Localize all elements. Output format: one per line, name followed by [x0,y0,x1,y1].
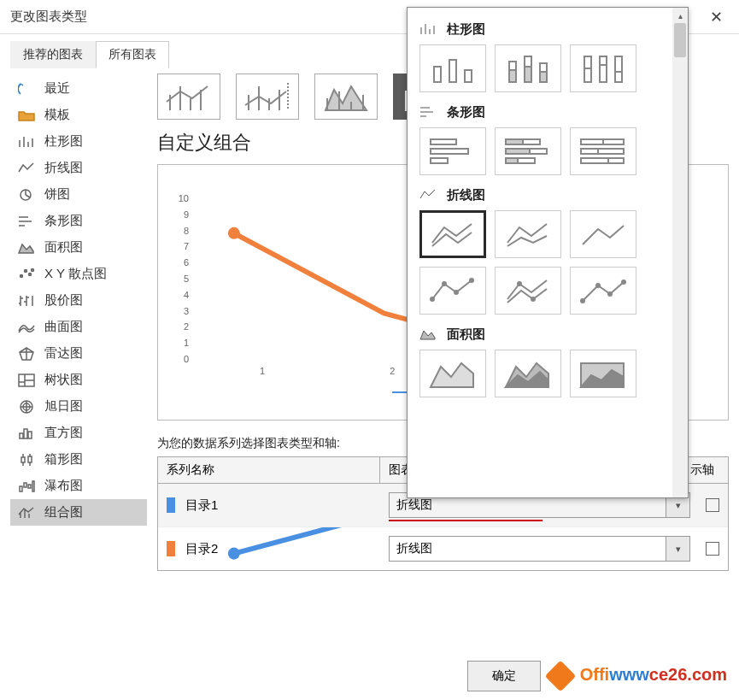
treemap-icon [17,373,36,388]
combo-subtype-1[interactable] [157,74,220,120]
svg-point-50 [518,282,521,285]
svg-point-48 [455,291,458,294]
sidebar-item-label: 旭日图 [44,398,83,415]
pie-chart-icon [17,187,36,203]
dropdown-option[interactable] [570,267,636,315]
scrollbar[interactable]: ▴ [672,8,688,497]
surface-chart-icon [17,320,36,335]
svg-rect-22 [434,67,441,82]
tab-recommended[interactable]: 推荐的图表 [10,41,96,68]
dropdown-option[interactable] [495,350,561,397]
sidebar-item-surface[interactable]: 曲面图 [10,314,147,340]
chart-type-sidebar: 最近 模板 柱形图 折线图 饼图 条形图 面积图 X Y 散点图 股价图 曲面图… [10,68,147,656]
scrollbar-thumb[interactable] [674,23,686,57]
dropdown-option[interactable] [419,350,486,397]
sidebar-item-stock[interactable]: 股价图 [10,287,147,314]
watermark: Offiwwwce26.com [549,665,727,687]
svg-point-21 [228,548,240,560]
sidebar-item-radar[interactable]: 雷达图 [10,340,147,367]
sidebar-item-histogram[interactable]: 直方图 [10,420,147,446]
svg-rect-35 [431,149,468,154]
sidebar-item-label: 柱形图 [44,133,83,150]
sidebar-item-recent[interactable]: 最近 [10,75,147,102]
series-color-swatch [167,541,175,556]
svg-point-49 [470,279,473,282]
sidebar-item-column[interactable]: 柱形图 [10,128,147,155]
sidebar-item-boxwhisker[interactable]: 箱形图 [10,446,147,473]
dropdown-option[interactable] [495,267,561,315]
svg-rect-28 [525,67,531,82]
tab-all[interactable]: 所有图表 [96,41,169,68]
secondary-axis-checkbox[interactable] [706,498,719,512]
scatter-chart-icon [17,267,36,282]
sidebar-item-label: 模板 [44,107,70,123]
dropdown-option[interactable] [419,267,486,315]
column-chart-icon [17,134,36,150]
dropdown-option[interactable] [570,127,636,175]
ok-button[interactable]: 确定 [467,661,541,691]
sidebar-item-scatter[interactable]: X Y 散点图 [10,261,147,287]
area-chart-icon [419,327,438,343]
svg-rect-12 [28,456,32,462]
dropdown-option[interactable] [495,44,561,92]
dropdown-option[interactable] [495,127,561,175]
sidebar-item-label: 曲面图 [44,319,83,335]
area-chart-icon [17,240,36,256]
svg-point-52 [581,299,584,303]
svg-point-55 [622,280,625,284]
combo-subtype-3[interactable] [314,74,378,120]
sidebar-item-area[interactable]: 面积图 [10,234,147,261]
sidebar-item-label: 直方图 [44,425,83,441]
sidebar-item-label: 箱形图 [44,451,83,468]
svg-rect-11 [21,457,25,462]
dropdown-category-line: 折线图 [419,187,669,203]
sidebar-item-label: 组合图 [44,504,83,521]
sidebar-item-label: 折线图 [44,160,83,176]
sidebar-item-pie[interactable]: 饼图 [10,181,147,208]
svg-point-54 [608,292,612,296]
dropdown-option-selected[interactable] [419,210,486,258]
dropdown-option[interactable] [570,44,636,92]
svg-rect-8 [20,433,23,438]
series-color-swatch [167,497,175,513]
sidebar-item-label: X Y 散点图 [44,266,107,282]
svg-rect-44 [581,149,624,154]
recent-icon [17,81,36,97]
dropdown-option[interactable] [419,44,486,92]
dropdown-option[interactable] [495,210,561,258]
line-chart-icon [419,188,438,203]
svg-point-4 [32,268,34,271]
svg-rect-13 [20,486,22,491]
close-button[interactable]: ✕ [703,4,729,30]
sidebar-item-label: 条形图 [44,213,83,229]
sidebar-item-label: 饼图 [44,186,70,203]
sidebar-item-sunburst[interactable]: 旭日图 [10,393,147,420]
sidebar-item-combo[interactable]: 组合图 [10,499,147,526]
dialog-footer: 确定 Offiwwwce26.com [467,661,727,691]
red-annotation [389,520,543,521]
svg-rect-32 [600,56,607,82]
svg-rect-33 [615,56,622,82]
dropdown-option[interactable] [570,210,636,258]
dropdown-category-area: 面积图 [419,326,669,343]
svg-point-20 [228,227,240,239]
chart-type-dropdown[interactable]: 柱形图 条形图 折线图 面积图 ▴ [407,7,689,498]
sidebar-item-line[interactable]: 折线图 [10,155,147,181]
svg-point-53 [596,284,600,287]
bar-chart-icon [17,214,36,229]
sidebar-item-templates[interactable]: 模板 [10,102,147,128]
sidebar-item-waterfall[interactable]: 瀑布图 [10,473,147,499]
svg-rect-42 [506,158,518,163]
dropdown-option[interactable] [570,350,636,397]
sidebar-item-treemap[interactable]: 树状图 [10,367,147,393]
sidebar-item-bar[interactable]: 条形图 [10,208,147,234]
sidebar-item-label: 股价图 [44,292,83,309]
sidebar-item-label: 面积图 [44,239,83,256]
svg-rect-26 [509,70,516,82]
sidebar-item-label: 树状图 [44,372,83,388]
combo-subtype-2[interactable] [236,74,299,120]
radar-chart-icon [17,346,36,362]
dropdown-option[interactable] [419,127,486,175]
svg-rect-24 [465,70,472,82]
svg-rect-23 [449,60,456,82]
